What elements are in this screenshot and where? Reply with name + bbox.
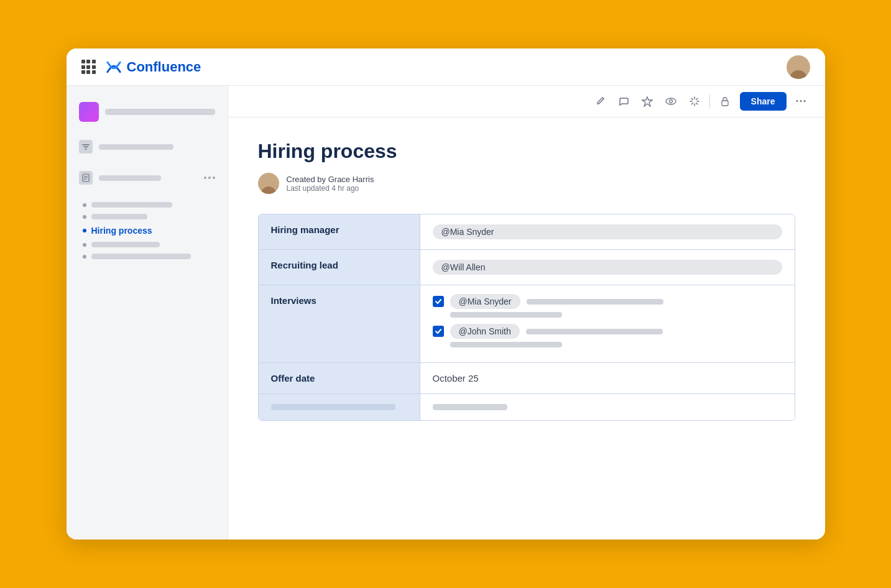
sidebar: Hiring process — [67, 86, 228, 540]
interview-entry-2: @John Smith — [433, 324, 782, 347]
hiring-manager-value: @Mia Snyder — [420, 214, 795, 249]
toolbar: Share ··· — [228, 86, 825, 117]
top-navigation: Confluence — [67, 48, 825, 86]
recruiting-lead-value: @Will Allen — [420, 250, 795, 285]
svg-point-13 — [261, 186, 276, 194]
watch-icon[interactable] — [662, 93, 680, 110]
svg-rect-7 — [84, 178, 88, 178]
interview-entry-1: @Mia Snyder — [433, 294, 782, 318]
doc-label-bar — [99, 175, 161, 181]
toolbar-divider — [709, 94, 710, 108]
placeholder-label — [259, 394, 420, 420]
svg-rect-4 — [85, 149, 87, 150]
interview-subbar-1 — [450, 312, 562, 318]
svg-point-11 — [669, 100, 672, 103]
svg-rect-8 — [84, 179, 86, 180]
more-options-button[interactable]: ··· — [793, 93, 810, 110]
more-options-icon[interactable] — [204, 177, 215, 179]
nav-item-bar-2 — [91, 214, 147, 219]
svg-point-1 — [793, 60, 803, 70]
offer-date-text: October 25 — [433, 373, 782, 384]
nav-item-bar-1 — [91, 202, 172, 208]
hiring-manager-label: Hiring manager — [259, 214, 420, 249]
recruiting-lead-label: Recruiting lead — [259, 250, 420, 285]
star-icon[interactable] — [639, 93, 656, 110]
content-area: Hiring process Created by Grace Harris L… — [228, 117, 825, 540]
bullet-icon — [83, 229, 86, 232]
table-row-recruiting-lead: Recruiting lead @Will Allen — [259, 250, 795, 285]
lock-icon[interactable] — [716, 93, 734, 110]
nav-item-bar-5 — [91, 254, 191, 259]
recruiting-lead-tag[interactable]: @Will Allen — [433, 260, 782, 275]
sidebar-doc-section — [74, 168, 220, 188]
interview-person-2[interactable]: @John Smith — [450, 324, 520, 339]
interview-checkbox-2[interactable] — [433, 326, 444, 337]
bullet-icon — [83, 255, 86, 259]
sidebar-nav-item-hiring-process[interactable]: Hiring process — [79, 223, 220, 239]
interview-bar-2 — [526, 329, 663, 334]
page-title: Hiring process — [258, 140, 795, 163]
space-name-bar — [105, 109, 215, 115]
placeholder-value-bar — [433, 404, 507, 410]
filter-label-bar — [99, 144, 173, 150]
interview-row2: @John Smith — [433, 324, 782, 339]
svg-rect-12 — [722, 101, 728, 106]
share-button[interactable]: Share — [740, 92, 787, 111]
nav-left: Confluence — [81, 59, 201, 75]
svg-marker-9 — [642, 97, 652, 106]
user-avatar-top[interactable] — [787, 55, 810, 79]
sidebar-doc-row[interactable] — [74, 168, 220, 188]
placeholder-label-bar — [271, 404, 395, 410]
page-meta: Created by Grace Harris Last updated 4 h… — [258, 173, 795, 194]
svg-point-0 — [790, 70, 807, 79]
main-content: Share ··· Hiring process Created by Grac… — [228, 86, 825, 540]
updated-label: Last updated 4 hr ago — [287, 184, 374, 193]
svg-rect-6 — [84, 176, 88, 177]
svg-rect-2 — [82, 144, 90, 145]
interview-checkbox-1[interactable] — [433, 296, 444, 307]
offer-date-label: Offer date — [259, 363, 420, 393]
interview-row1: @Mia Snyder — [433, 294, 782, 309]
confluence-logo: Confluence — [106, 59, 201, 75]
sidebar-nav-item-2[interactable] — [79, 211, 220, 223]
sidebar-nav-item-5[interactable] — [79, 250, 220, 262]
svg-point-14 — [264, 177, 273, 185]
body: Hiring process — [67, 86, 825, 540]
sidebar-nav-item-4[interactable] — [79, 239, 220, 250]
creator-label: Created by Grace Harris — [287, 175, 374, 184]
sidebar-nav-label-hiring: Hiring process — [91, 226, 152, 236]
grid-icon[interactable] — [81, 60, 96, 74]
sidebar-space-item[interactable] — [74, 98, 220, 126]
meta-text: Created by Grace Harris Last updated 4 h… — [287, 175, 374, 193]
interview-bar-1 — [527, 299, 663, 305]
interviews-label: Interviews — [259, 285, 420, 362]
interview-person-1[interactable]: @Mia Snyder — [450, 294, 520, 309]
svg-point-10 — [666, 98, 676, 104]
nav-item-bar-4 — [91, 242, 160, 247]
sidebar-top-section — [74, 98, 220, 126]
app-window: Confluence — [67, 48, 825, 540]
doc-icon — [79, 171, 93, 185]
app-name: Confluence — [127, 59, 201, 75]
table-row-hiring-manager: Hiring manager @Mia Snyder — [259, 214, 795, 250]
creator-avatar — [258, 173, 279, 194]
table-row-interviews: Interviews @Mia Sny — [259, 285, 795, 363]
bullet-icon — [83, 243, 86, 247]
sidebar-nav-items: Hiring process — [74, 199, 220, 262]
bullet-icon — [83, 215, 86, 219]
placeholder-value — [420, 394, 795, 420]
svg-rect-3 — [83, 147, 88, 148]
bullet-icon — [83, 203, 86, 207]
sidebar-filter-item[interactable] — [74, 137, 220, 157]
hiring-manager-tag[interactable]: @Mia Snyder — [433, 224, 782, 239]
info-table: Hiring manager @Mia Snyder Recruiting le… — [258, 214, 795, 421]
sidebar-nav-item-1[interactable] — [79, 199, 220, 211]
table-row-placeholder — [259, 394, 795, 420]
comment-icon[interactable] — [615, 93, 632, 110]
table-row-offer-date: Offer date October 25 — [259, 363, 795, 394]
interview-subbar-2 — [450, 342, 562, 347]
edit-icon[interactable] — [591, 93, 609, 110]
space-icon — [79, 102, 99, 122]
loader-icon[interactable] — [686, 93, 703, 110]
filter-icon — [79, 140, 93, 154]
